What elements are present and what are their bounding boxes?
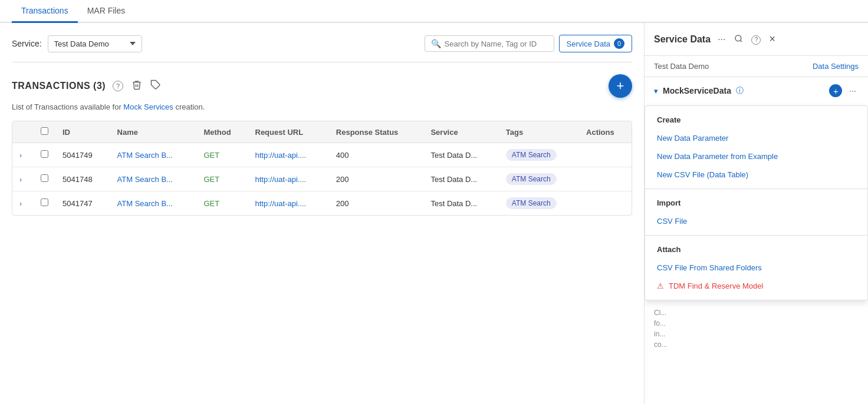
expand-button[interactable]: › xyxy=(19,200,22,208)
actions-cell xyxy=(579,191,632,216)
col-response-status: Response Status xyxy=(329,121,424,143)
table-row: › 5041748 ATM Search B... GET http://uat… xyxy=(12,167,632,191)
add-transaction-button[interactable]: + xyxy=(609,74,632,98)
method-value: GET xyxy=(203,175,219,184)
tag-icon xyxy=(150,80,161,92)
select-all-checkbox[interactable] xyxy=(41,127,48,135)
name-cell: ATM Search B... xyxy=(110,143,197,167)
url-link[interactable]: http://uat-api.... xyxy=(255,175,307,184)
expand-cell: › xyxy=(12,143,34,167)
import-section-label: Import xyxy=(645,196,867,212)
status-cell: 400 xyxy=(329,143,424,167)
row-checkbox[interactable] xyxy=(41,174,48,182)
tag-cell: ATM Search xyxy=(499,167,579,191)
actions-cell xyxy=(579,143,632,167)
help-icon: ? xyxy=(113,81,123,91)
mock-section-title: MockServiceData xyxy=(663,86,731,95)
right-panel-search-icon xyxy=(734,35,743,45)
service-label: Service: xyxy=(12,39,42,48)
service-cell: Test Data D... xyxy=(423,191,498,216)
method-cell: GET xyxy=(196,167,248,191)
checkbox-cell xyxy=(34,167,55,191)
service-select[interactable]: Test Data Demo xyxy=(48,35,142,52)
checkbox-cell xyxy=(34,191,55,216)
col-method: Method xyxy=(196,121,248,143)
csv-shared-item[interactable]: CSV File From Shared Folders xyxy=(645,259,867,277)
id-cell: 5041747 xyxy=(55,191,110,216)
actions-cell xyxy=(579,167,632,191)
mock-services-link[interactable]: Mock Services xyxy=(123,102,173,111)
data-settings-link[interactable]: Data Settings xyxy=(813,62,859,71)
tdm-find-item[interactable]: ⚠ TDM Find & Reserve Model xyxy=(645,277,867,295)
row-checkbox[interactable] xyxy=(41,150,48,158)
mock-info-icon[interactable]: ⓘ xyxy=(736,85,744,96)
csv-file-item[interactable]: CSV File xyxy=(645,212,867,230)
transactions-subtitle: List of Transactions available for Mock … xyxy=(12,102,632,111)
col-name: Name xyxy=(110,121,197,143)
csv-file-label: CSV File xyxy=(657,217,687,226)
right-panel-more-button[interactable]: ··· xyxy=(715,33,728,46)
row-checkbox[interactable] xyxy=(41,198,48,206)
tag-cell: ATM Search xyxy=(499,143,579,167)
id-cell: 5041749 xyxy=(55,143,110,167)
new-data-parameter-example-item[interactable]: New Data Parameter from Example xyxy=(645,147,867,166)
search-input[interactable] xyxy=(445,39,548,48)
name-cell: ATM Search B... xyxy=(110,191,197,216)
delete-icon xyxy=(131,80,142,92)
create-dropdown: Create New Data Parameter New Data Param… xyxy=(645,105,868,300)
transaction-name-link[interactable]: ATM Search B... xyxy=(117,175,173,184)
url-link[interactable]: http://uat-api.... xyxy=(255,199,307,208)
search-box: 🔍 xyxy=(425,35,554,52)
tdm-find-label: TDM Find & Reserve Model xyxy=(669,282,763,290)
name-cell: ATM Search B... xyxy=(110,167,197,191)
expand-cell: › xyxy=(12,191,34,216)
col-checkbox xyxy=(34,121,55,143)
id-cell: 5041748 xyxy=(55,167,110,191)
right-panel-help-button[interactable]: ? xyxy=(749,32,762,47)
checkbox-cell xyxy=(34,143,55,167)
service-cell: Test Data D... xyxy=(423,143,498,167)
tag-badge[interactable]: ATM Search xyxy=(506,173,557,185)
new-csv-item[interactable]: New CSV File (Data Table) xyxy=(645,166,867,184)
search-icon: 🔍 xyxy=(431,39,441,48)
tag-badge[interactable]: ATM Search xyxy=(506,197,557,209)
right-panel-search-button[interactable] xyxy=(732,32,745,47)
create-section-label: Create xyxy=(645,113,867,129)
close-icon: × xyxy=(769,33,775,45)
chevron-down-icon: ▾ xyxy=(654,87,658,95)
tag-button[interactable] xyxy=(149,78,162,94)
col-id: ID xyxy=(55,121,110,143)
expand-button[interactable]: › xyxy=(19,151,22,160)
service-data-label: Service Data xyxy=(567,39,610,48)
method-cell: GET xyxy=(196,191,248,216)
transaction-name-link[interactable]: ATM Search B... xyxy=(117,151,173,160)
tag-badge[interactable]: ATM Search xyxy=(506,149,557,161)
new-csv-label: New CSV File (Data Table) xyxy=(657,170,748,179)
delete-button[interactable] xyxy=(130,78,143,94)
mock-more-button[interactable]: ··· xyxy=(847,85,859,97)
method-cell: GET xyxy=(196,143,248,167)
warning-icon: ⚠ xyxy=(657,282,664,290)
method-value: GET xyxy=(203,151,219,160)
mock-collapse-button[interactable]: ▾ xyxy=(654,87,658,95)
new-data-parameter-item[interactable]: New Data Parameter xyxy=(645,129,867,147)
panel-bottom-text: Cl...fo...in...co... xyxy=(645,300,868,357)
url-cell: http://uat-api.... xyxy=(248,143,329,167)
expand-button[interactable]: › xyxy=(19,176,22,184)
service-data-button[interactable]: Service Data 0 xyxy=(559,35,632,52)
mock-add-button[interactable]: + xyxy=(829,84,842,97)
tab-transactions[interactable]: Transactions xyxy=(12,0,78,23)
status-cell: 200 xyxy=(329,167,424,191)
service-data-badge: 0 xyxy=(614,38,624,49)
method-value: GET xyxy=(203,199,219,208)
help-button[interactable]: ? xyxy=(111,80,124,92)
transactions-title: TRANSACTIONS (3) xyxy=(12,81,106,91)
tab-mar-files[interactable]: MAR Files xyxy=(78,0,135,23)
new-data-parameter-label: New Data Parameter xyxy=(657,134,728,143)
right-panel-close-button[interactable]: × xyxy=(767,31,777,47)
col-request-url: Request URL xyxy=(248,121,329,143)
right-panel-service-name: Test Data Demo xyxy=(654,62,709,71)
add-icon: + xyxy=(617,80,624,92)
transaction-name-link[interactable]: ATM Search B... xyxy=(117,199,173,208)
url-link[interactable]: http://uat-api.... xyxy=(255,151,307,160)
